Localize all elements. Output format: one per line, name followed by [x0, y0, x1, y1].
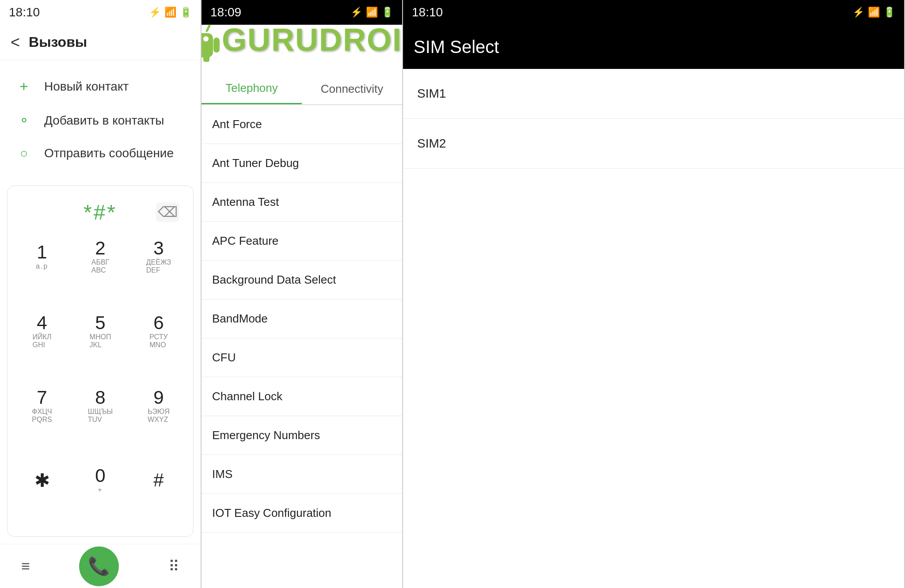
- dialpad-grid-icon[interactable]: ⠿: [168, 558, 179, 575]
- sim1-item[interactable]: SIM1: [403, 69, 904, 119]
- list-item[interactable]: Background Data Select: [202, 261, 402, 300]
- phone-header: < Вызовы: [0, 25, 201, 60]
- list-item[interactable]: APC Feature: [202, 222, 402, 261]
- status-time-sim: 18:10: [412, 5, 443, 19]
- key-0[interactable]: 0 +: [73, 458, 128, 502]
- svg-rect-0: [202, 33, 213, 57]
- key-2-main: 2: [95, 239, 105, 258]
- key-8-sub: ШЩЪЫTUV: [88, 408, 113, 424]
- person-icon: ⚬: [14, 113, 34, 128]
- list-item[interactable]: CFU: [202, 338, 402, 377]
- key-hash[interactable]: #: [131, 458, 186, 502]
- tab-telephony[interactable]: Telephony: [202, 73, 302, 104]
- call-button[interactable]: 📞: [79, 546, 119, 586]
- key-9[interactable]: 9 ЬЭЮЯWXYZ: [131, 384, 186, 428]
- status-bar-sim: 18:10 ⚡ 📶 🔋: [403, 0, 904, 25]
- new-contact-label: Новый контакт: [44, 80, 129, 94]
- dialpad-display: *#* ⌫: [15, 197, 186, 228]
- item-label: Channel Lock: [212, 390, 282, 403]
- sim-list: SIM1 SIM2: [403, 69, 904, 588]
- item-label: APC Feature: [212, 234, 278, 247]
- key-3[interactable]: 3 ДЕЁЖЗDEF: [131, 235, 186, 279]
- engineer-list: Ant Force Ant Tuner Debug Antenna Test A…: [202, 105, 402, 588]
- key-4[interactable]: 4 ИЙКЛGHI: [15, 309, 69, 353]
- key-1-main: 1: [37, 243, 47, 262]
- key-3-main: 3: [153, 239, 164, 258]
- new-contact-item[interactable]: + Новый контакт: [0, 69, 201, 104]
- add-to-contacts-item[interactable]: ⚬ Добавить в контакты: [0, 104, 201, 137]
- phone-icon: 📞: [88, 556, 110, 577]
- key-1[interactable]: 1 а.р: [15, 235, 69, 279]
- item-label: IMS: [212, 467, 232, 481]
- gurudroid-text: GURUDROID: [222, 22, 403, 58]
- svg-point-2: [203, 36, 209, 42]
- battery-icon-eng: 🔋: [381, 7, 393, 18]
- sim1-label: SIM1: [417, 87, 446, 100]
- key-1-sub: а.р: [36, 262, 48, 270]
- key-4-sub: ИЙКЛGHI: [33, 333, 52, 349]
- key-hash-symbol: #: [153, 470, 164, 491]
- item-label: CFU: [212, 351, 236, 364]
- key-2[interactable]: 2 АБВГABC: [73, 235, 128, 279]
- keypad-grid: 1 а.р 2 АБВГABC 3 ДЕЁЖЗDEF 4 ИЙКЛGHI 5: [15, 235, 186, 529]
- key-7[interactable]: 7 ФХЦЧPQRS: [15, 384, 69, 428]
- list-item[interactable]: IMS: [202, 455, 402, 494]
- status-icons-sim: ⚡ 📶 🔋: [852, 7, 895, 18]
- key-6[interactable]: 6 РСТУMNO: [131, 309, 186, 353]
- signal-icon-sim: ⚡: [852, 7, 864, 18]
- sim-select-title: SIM Select: [414, 37, 499, 57]
- send-message-item[interactable]: ○ Отправить сообщение: [0, 137, 201, 170]
- key-5[interactable]: 5 МНОПJKL: [73, 309, 128, 353]
- key-8-main: 8: [95, 388, 105, 407]
- item-label: Ant Force: [212, 118, 262, 131]
- list-item[interactable]: BandMode: [202, 300, 402, 338]
- signal-icon-eng: ⚡: [350, 7, 362, 18]
- key-7-main: 7: [37, 388, 47, 407]
- key-star-symbol: ✱: [34, 470, 50, 491]
- phone-screen: 18:10 ⚡ 📶 🔋 < Вызовы + Новый контакт ⚬ Д…: [0, 0, 202, 588]
- key-star[interactable]: ✱: [15, 458, 69, 502]
- sim-select-screen: 18:10 ⚡ 📶 🔋 SIM Select SIM1 SIM2: [403, 0, 905, 588]
- sim2-label: SIM2: [417, 137, 446, 150]
- svg-line-4: [207, 26, 209, 31]
- send-message-label: Отправить сообщение: [44, 146, 174, 160]
- engineer-screen: 18:09 ⚡ 📶 🔋 GURUDROID: [202, 0, 403, 588]
- menu-icon[interactable]: ≡: [21, 558, 30, 575]
- list-item[interactable]: IOT Easy Configuration: [202, 494, 402, 533]
- wifi-icon: 📶: [164, 7, 176, 18]
- key-0-main: 0: [95, 467, 105, 485]
- item-label: IOT Easy Configuration: [212, 506, 331, 520]
- dialpad-bottom-bar: ≡ 📞 ⠿: [0, 544, 201, 588]
- back-button[interactable]: <: [11, 33, 20, 52]
- list-item[interactable]: Ant Tuner Debug: [202, 144, 402, 183]
- engineer-tabs: Telephony Connectivity: [202, 73, 402, 105]
- tab-connectivity[interactable]: Connectivity: [302, 73, 402, 104]
- key-3-sub: ДЕЁЖЗDEF: [146, 258, 171, 274]
- list-item[interactable]: Emergency Numbers: [202, 416, 402, 455]
- key-6-main: 6: [153, 314, 164, 332]
- sim2-item[interactable]: SIM2: [403, 119, 904, 169]
- connectivity-label: Connectivity: [321, 82, 384, 96]
- key-9-sub: ЬЭЮЯWXYZ: [148, 408, 170, 424]
- list-item[interactable]: Ant Force: [202, 105, 402, 144]
- list-item[interactable]: Antenna Test: [202, 183, 402, 222]
- key-9-main: 9: [153, 388, 164, 407]
- telephony-label: Telephony: [225, 81, 278, 95]
- key-8[interactable]: 8 ШЩЪЫTUV: [73, 384, 128, 428]
- message-icon: ○: [14, 146, 34, 161]
- phone-menu: + Новый контакт ⚬ Добавить в контакты ○ …: [0, 60, 201, 178]
- item-label: BandMode: [212, 312, 268, 325]
- page-title-phone: Вызовы: [29, 34, 87, 50]
- item-label: Antenna Test: [212, 195, 279, 209]
- wifi-icon-sim: 📶: [868, 7, 880, 18]
- list-item[interactable]: Channel Lock: [202, 377, 402, 416]
- status-bar-phone: 18:10 ⚡ 📶 🔋: [0, 0, 201, 25]
- key-2-sub: АБВГABC: [91, 258, 110, 274]
- add-icon: +: [14, 78, 34, 95]
- backspace-button[interactable]: ⌫: [156, 202, 179, 222]
- status-icons-engineer: ⚡ 📶 🔋: [350, 7, 393, 18]
- key-4-main: 4: [37, 314, 47, 332]
- key-6-sub: РСТУMNO: [149, 333, 167, 349]
- svg-rect-8: [203, 53, 209, 62]
- add-contacts-label: Добавить в контакты: [44, 114, 164, 128]
